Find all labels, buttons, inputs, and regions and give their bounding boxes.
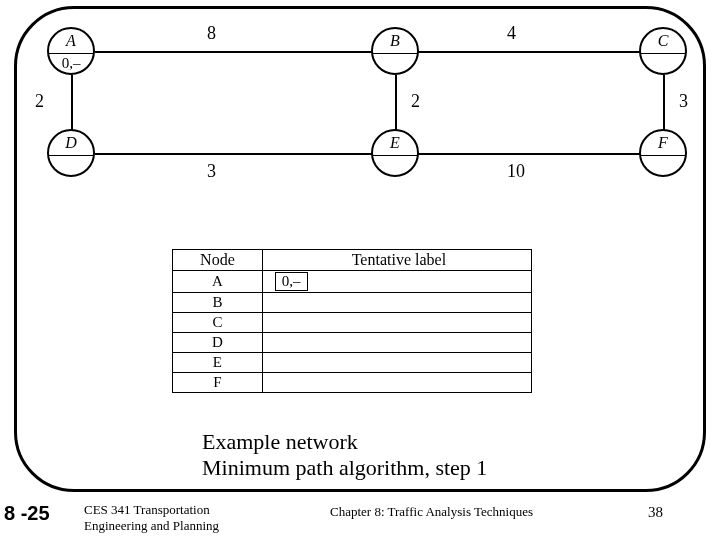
edge-E-F	[417, 153, 641, 155]
header-node: Node	[173, 250, 263, 271]
node-F-label: F	[641, 134, 685, 152]
header-label: Tentative label	[262, 250, 531, 271]
caption-line2: Minimum path algorithm, step 1	[202, 455, 487, 481]
cell-label	[262, 353, 531, 373]
cell-node: E	[173, 353, 263, 373]
table-row: F	[173, 373, 532, 393]
edge-C-F	[663, 75, 665, 131]
section-number: 8 -25	[4, 502, 50, 525]
cell-label	[262, 293, 531, 313]
cell-node: D	[173, 333, 263, 353]
node-divider	[49, 155, 93, 156]
caption-line1: Example network	[202, 429, 487, 455]
node-divider	[641, 155, 685, 156]
course-line2: Engineering and Planning	[84, 518, 219, 533]
edge-weight-EF: 10	[507, 161, 525, 182]
edge-weight-BC: 4	[507, 23, 516, 44]
table-row: C	[173, 313, 532, 333]
course-name: CES 341 Transportation Engineering and P…	[84, 502, 264, 533]
node-D: D	[47, 129, 95, 177]
edge-weight-AB: 8	[207, 23, 216, 44]
cell-label	[262, 313, 531, 333]
tentative-label-table: Node Tentative label A 0,– B C D E	[172, 249, 532, 393]
cell-label	[262, 333, 531, 353]
slide-footer: 8 -25 CES 341 Transportation Engineering…	[0, 498, 720, 538]
edge-B-C	[417, 51, 665, 53]
cell-node: F	[173, 373, 263, 393]
edge-A-B	[95, 51, 373, 53]
cell-node: B	[173, 293, 263, 313]
cell-label	[262, 373, 531, 393]
node-divider	[373, 53, 417, 54]
page-number: 38	[648, 504, 663, 521]
cell-label: 0,–	[262, 271, 531, 293]
node-A: A 0,–	[47, 27, 95, 75]
edge-weight-AD: 2	[35, 91, 44, 112]
node-divider	[49, 53, 93, 54]
table: Node Tentative label A 0,– B C D E	[172, 249, 532, 393]
node-E-label: E	[373, 134, 417, 152]
node-E: E	[371, 129, 419, 177]
table-row: A 0,–	[173, 271, 532, 293]
table-row: D	[173, 333, 532, 353]
network-graph: 8 4 2 2 3 3 10 A 0,– B C	[17, 9, 703, 209]
node-divider	[641, 53, 685, 54]
node-F: F	[639, 129, 687, 177]
node-A-label: A	[49, 32, 93, 50]
node-A-cost: 0,–	[49, 55, 93, 72]
course-line1: CES 341 Transportation	[84, 502, 210, 517]
boxed-value: 0,–	[275, 272, 308, 291]
edge-weight-CF: 3	[679, 91, 688, 112]
cell-node: C	[173, 313, 263, 333]
node-D-label: D	[49, 134, 93, 152]
node-C-label: C	[641, 32, 685, 50]
edge-weight-BE: 2	[411, 91, 420, 112]
node-C: C	[639, 27, 687, 75]
table-row: B	[173, 293, 532, 313]
edge-A-D	[71, 75, 73, 131]
edge-B-E	[395, 75, 397, 131]
node-B: B	[371, 27, 419, 75]
edge-D-E	[95, 153, 373, 155]
table-header-row: Node Tentative label	[173, 250, 532, 271]
table-row: E	[173, 353, 532, 373]
slide-frame: 8 4 2 2 3 3 10 A 0,– B C	[14, 6, 706, 492]
cell-node: A	[173, 271, 263, 293]
node-B-label: B	[373, 32, 417, 50]
node-divider	[373, 155, 417, 156]
slide-caption: Example network Minimum path algorithm, …	[202, 429, 487, 482]
chapter-title: Chapter 8: Traffic Analysis Techniques	[330, 504, 533, 520]
edge-weight-DE: 3	[207, 161, 216, 182]
